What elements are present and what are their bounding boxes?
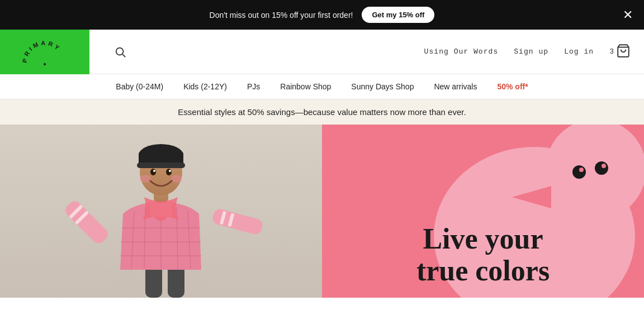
hero-text-overlay: Live your true colors [416, 223, 550, 287]
logo[interactable]: PRIMARY [0, 30, 89, 74]
hero-child-image [0, 125, 322, 298]
announcement-cta[interactable]: Get my 15% off [362, 7, 434, 23]
announcement-bar: Don't miss out on 15% off your first ord… [0, 0, 644, 30]
main-navigation: Baby (0-24M) Kids (2-12Y) PJs Rainbow Sh… [0, 74, 644, 99]
svg-point-1 [44, 63, 46, 65]
svg-text:PRIMARY: PRIMARY [21, 40, 63, 63]
header-right-nav: Using Our Words Sign up Log in 3 [424, 44, 631, 60]
svg-point-39 [572, 165, 586, 179]
child-illustration [0, 125, 322, 298]
announcement-close-button[interactable]: ✕ [623, 9, 633, 21]
site-header: PRIMARY Using Our Words Sign up Log in 3 [0, 30, 644, 74]
svg-point-31 [153, 170, 155, 172]
svg-point-29 [150, 169, 156, 175]
cart-button[interactable]: 3 [609, 44, 631, 60]
hero-right-panel: Live your true colors [322, 125, 644, 298]
hero-text-line1: Live your [416, 223, 550, 255]
announcement-text: Don't miss out on 15% off your first ord… [210, 11, 353, 20]
svg-point-33 [140, 175, 151, 183]
hero-section: Live your true colors [0, 125, 644, 298]
promo-text: Essential styles at 50% savings—because … [178, 107, 466, 117]
sign-up-link[interactable]: Sign up [514, 47, 548, 56]
cart-icon [616, 44, 631, 60]
svg-point-34 [171, 175, 182, 183]
svg-point-2 [116, 47, 124, 55]
svg-point-30 [166, 169, 172, 175]
svg-rect-28 [137, 163, 185, 168]
hero-left-panel [0, 125, 322, 298]
nav-rainbow-shop[interactable]: Rainbow Shop [280, 82, 331, 91]
nav-sale[interactable]: 50% off* [497, 82, 528, 91]
svg-line-3 [122, 54, 125, 57]
nav-new-arrivals[interactable]: New arrivals [434, 82, 477, 91]
svg-point-32 [169, 170, 171, 172]
svg-point-41 [579, 168, 584, 172]
nav-kids[interactable]: Kids (2-12Y) [183, 82, 227, 91]
promo-banner: Essential styles at 50% savings—because … [0, 99, 644, 125]
search-button[interactable] [114, 46, 126, 58]
primary-logo-svg: PRIMARY [20, 35, 70, 69]
cart-count: 3 [609, 47, 614, 56]
nav-baby[interactable]: Baby (0-24M) [116, 82, 163, 91]
log-in-link[interactable]: Log in [564, 47, 594, 56]
nav-sunny-days[interactable]: Sunny Days Shop [351, 82, 414, 91]
search-icon [114, 46, 126, 58]
using-our-words-link[interactable]: Using Our Words [424, 47, 499, 56]
nav-pjs[interactable]: PJs [247, 82, 260, 91]
svg-point-40 [595, 161, 608, 175]
hero-text-line2: true colors [416, 255, 550, 287]
svg-point-42 [602, 164, 606, 168]
